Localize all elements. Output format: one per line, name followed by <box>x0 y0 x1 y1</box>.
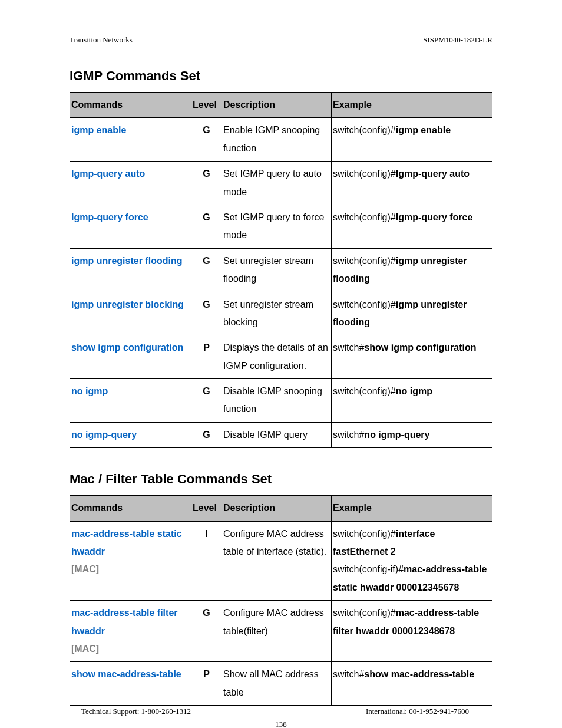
level-cell: G <box>191 162 222 205</box>
example-prompt: switch# <box>333 430 364 440</box>
table-row: show igmp configurationPDisplays the det… <box>70 335 492 379</box>
table-row: Igmp-query forceGSet IGMP query to force… <box>70 205 492 248</box>
column-header-level: Level <box>191 496 222 521</box>
column-header-description: Description <box>222 496 332 521</box>
table-row: igmp unregister floodingGSet unregister … <box>70 248 492 292</box>
command-name: Igmp-query force <box>71 212 148 222</box>
section-title: Mac / Filter Table Commands Set <box>70 472 492 487</box>
page: Transition Networks SISPM1040-182D-LR IG… <box>0 0 562 728</box>
example-cell: switch(config)#no igmp <box>332 379 492 423</box>
page-footer: Technical Support: 1-800-260-1312 Intern… <box>81 707 469 716</box>
command-name: mac-address-table filter hwaddr <box>71 608 178 635</box>
command-name: igmp unregister flooding <box>71 256 182 266</box>
description-cell: Enable IGMP snooping function <box>222 118 332 162</box>
command-cell: no igmp <box>70 379 191 423</box>
level-cell: P <box>191 335 222 379</box>
command-cell: show mac-address-table <box>70 662 191 706</box>
example-prompt: switch(config)# <box>333 386 396 396</box>
description-cell: Disable IGMP query <box>222 422 332 447</box>
command-name: no igmp-query <box>71 430 137 440</box>
example-prompt: switch# <box>333 669 364 679</box>
example-cell: switch#no igmp-query <box>332 422 492 447</box>
page-number: 138 <box>0 720 562 728</box>
example-cell: switch(config)#Igmp-query force <box>332 205 492 248</box>
page-header: Transition Networks SISPM1040-182D-LR <box>70 35 492 45</box>
example-cell: switch(config)#Igmp-query auto <box>332 162 492 205</box>
level-cell: G <box>191 205 222 248</box>
table-row: Igmp-query autoGSet IGMP query to auto m… <box>70 162 492 205</box>
table-row: no igmp-queryGDisable IGMP queryswitch#n… <box>70 422 492 447</box>
commands-table: CommandsLevelDescriptionExamplemac-addre… <box>70 495 492 706</box>
command-name: mac-address-table static hwaddr <box>71 529 182 556</box>
level-cell: G <box>191 118 222 162</box>
command-cell: igmp enable <box>70 118 191 162</box>
commands-table: CommandsLevelDescriptionExampleigmp enab… <box>70 92 492 448</box>
column-header-commands: Commands <box>70 496 191 521</box>
description-cell: Configure MAC address table(filter) <box>222 601 332 662</box>
footer-left: Technical Support: 1-800-260-1312 <box>81 707 191 716</box>
example-prompt: switch(config)# <box>333 212 396 222</box>
table-row: mac-address-table static hwaddr[MAC]ICon… <box>70 521 492 601</box>
column-header-commands: Commands <box>70 93 191 118</box>
column-header-example: Example <box>332 496 492 521</box>
example-prompt: switch(config)# <box>333 256 396 266</box>
example-cell: switch(config)#igmp enable <box>332 118 492 162</box>
example-command: no igmp <box>396 386 432 396</box>
example-command: show igmp configuration <box>364 342 476 353</box>
example-cell: switch(config)#igmp unregister flooding <box>332 248 492 292</box>
table-row: no igmpGDisable IGMP snooping functionsw… <box>70 379 492 423</box>
level-cell: G <box>191 379 222 423</box>
header-right: SISPM1040-182D-LR <box>423 35 492 45</box>
column-header-description: Description <box>222 93 332 118</box>
footer-right: International: 00-1-952-941-7600 <box>366 707 469 716</box>
example-cell: switch(config)#igmp unregister flooding <box>332 292 492 335</box>
level-cell: G <box>191 248 222 292</box>
level-cell: G <box>191 422 222 447</box>
section-title: IGMP Commands Set <box>70 68 492 84</box>
column-header-example: Example <box>332 93 492 118</box>
command-name: show igmp configuration <box>71 342 183 353</box>
sections-container: IGMP Commands SetCommandsLevelDescriptio… <box>70 68 492 706</box>
command-name: igmp unregister blocking <box>71 299 184 309</box>
example-cell: switch#show igmp configuration <box>332 335 492 379</box>
command-cell: Igmp-query force <box>70 205 191 248</box>
command-cell: Igmp-query auto <box>70 162 191 205</box>
example-command: show mac-address-table <box>364 669 474 679</box>
command-cell: igmp unregister blocking <box>70 292 191 335</box>
example-command: Igmp-query force <box>396 212 473 222</box>
description-cell: Set unregister stream blocking <box>222 292 332 335</box>
command-name: Igmp-query auto <box>71 169 145 179</box>
example-command: igmp enable <box>396 125 451 135</box>
table-row: mac-address-table filter hwaddr[MAC]GCon… <box>70 601 492 662</box>
table-row: igmp enableGEnable IGMP snooping functio… <box>70 118 492 162</box>
example-cell: switch(config)#mac-address-table filter … <box>332 601 492 662</box>
description-cell: Displays the details of an IGMP configur… <box>222 335 332 379</box>
description-cell: Disable IGMP snooping function <box>222 379 332 423</box>
description-cell: Show all MAC address table <box>222 662 332 706</box>
example-prompt: switch(config)# <box>333 125 396 135</box>
example-cell: switch(config)#interface fastEthernet 2s… <box>332 521 492 601</box>
example-cell: switch#show mac-address-table <box>332 662 492 706</box>
level-cell: G <box>191 601 222 662</box>
example-prompt: switch# <box>333 342 364 353</box>
command-cell: mac-address-table filter hwaddr[MAC] <box>70 601 191 662</box>
header-left: Transition Networks <box>70 35 133 45</box>
description-cell: Set IGMP query to force mode <box>222 205 332 248</box>
description-cell: Set IGMP query to auto mode <box>222 162 332 205</box>
level-cell: I <box>191 521 222 601</box>
command-cell: mac-address-table static hwaddr[MAC] <box>70 521 191 601</box>
table-row: igmp unregister blockingGSet unregister … <box>70 292 492 335</box>
command-name: no igmp <box>71 386 108 396</box>
level-cell: P <box>191 662 222 706</box>
command-cell: igmp unregister flooding <box>70 248 191 292</box>
example-prompt: switch(config)# <box>333 299 396 309</box>
example-command: no igmp-query <box>364 430 429 440</box>
description-cell: Set unregister stream flooding <box>222 248 332 292</box>
command-param: [MAC] <box>71 564 99 574</box>
example-prompt: switch(config)# <box>333 169 396 179</box>
command-name: igmp enable <box>71 125 126 135</box>
column-header-level: Level <box>191 93 222 118</box>
description-cell: Configure MAC address table of interface… <box>222 521 332 601</box>
command-cell: no igmp-query <box>70 422 191 447</box>
table-row: show mac-address-tablePShow all MAC addr… <box>70 662 492 706</box>
